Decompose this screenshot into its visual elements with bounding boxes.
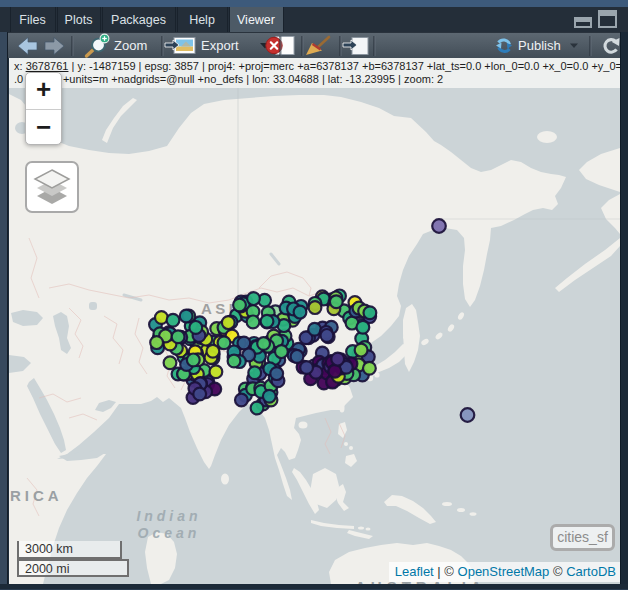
svg-text:Indian: Indian (136, 508, 201, 524)
svg-text:RICA: RICA (10, 487, 63, 504)
svg-text:Ocean: Ocean (138, 525, 201, 541)
